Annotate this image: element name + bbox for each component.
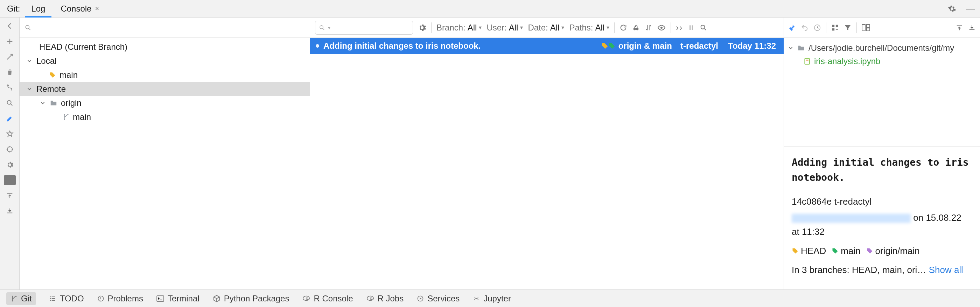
collapse-icon[interactable] (5, 191, 15, 200)
folder-icon (797, 44, 805, 52)
changed-files-root[interactable]: /Users/jodie.burchell/Documents/git/my (788, 42, 977, 55)
settings-button[interactable] (943, 0, 961, 17)
sort-button[interactable] (645, 24, 652, 32)
commit-details-pane: Adding initial changes to iris notebook.… (784, 147, 980, 289)
svg-point-23 (807, 59, 808, 61)
head-row[interactable]: HEAD (Current Branch) (20, 40, 310, 54)
show-all-link[interactable]: Show all (929, 265, 963, 275)
remote-row[interactable]: Remote (20, 82, 310, 96)
filter-paths[interactable]: Paths: All ▾ (569, 23, 609, 33)
search-icon-rail[interactable] (5, 98, 15, 108)
edit-icon[interactable] (5, 114, 15, 123)
svg-point-6 (320, 26, 323, 29)
funnel-button[interactable] (844, 24, 851, 32)
history-button[interactable] (813, 24, 821, 32)
remote-origin-main-label: main (73, 112, 91, 122)
delete-icon[interactable] (5, 67, 15, 77)
svg-text:R: R (306, 297, 309, 301)
branch-icon (11, 295, 18, 302)
hide-button[interactable]: — (961, 0, 980, 17)
branch-icon (62, 114, 69, 121)
changed-files-pane: /Users/jodie.burchell/Documents/git/my i… (784, 38, 980, 147)
target-icon[interactable] (5, 144, 15, 154)
alert-icon (97, 295, 104, 302)
svg-point-29 (50, 300, 51, 301)
find-button[interactable] (700, 24, 707, 32)
branches-panel: HEAD (Current Branch) Local main Remote … (20, 18, 310, 289)
local-row[interactable]: Local (20, 54, 310, 68)
changed-file[interactable]: iris-analysis.ipynb (788, 55, 977, 68)
svg-rect-11 (692, 25, 693, 30)
package-icon (213, 295, 221, 302)
refresh-button[interactable] (619, 24, 627, 32)
tab-console[interactable]: Console × (53, 0, 107, 17)
redacted-email (792, 214, 911, 223)
svg-rect-16 (832, 28, 834, 30)
undo-button[interactable] (801, 24, 808, 32)
statusbar-todo[interactable]: TODO (49, 294, 84, 304)
tag-icon (832, 248, 838, 254)
statusbar-jupyter[interactable]: Jupyter (473, 294, 511, 304)
cherry-pick-button[interactable] (632, 24, 640, 32)
eye-button[interactable] (657, 24, 666, 32)
tag-icon (601, 42, 609, 50)
ref-main[interactable]: main (832, 244, 860, 258)
group-button[interactable] (831, 24, 839, 32)
filter-date[interactable]: Date: All ▾ (528, 23, 564, 33)
layout-icon[interactable] (4, 175, 16, 185)
jupyter-icon (473, 295, 480, 302)
svg-point-22 (807, 59, 808, 61)
gear-icon (948, 5, 956, 13)
commit-refs: HEAD main origin/main (792, 244, 972, 258)
local-label: Local (37, 56, 56, 66)
right-toolbar (784, 18, 980, 38)
statusbar-r-jobs[interactable]: R R Jobs (366, 294, 404, 304)
statusbar-git[interactable]: Git (6, 292, 36, 305)
commit-branches-line: In 3 branches: HEAD, main, ori… Show all (792, 263, 972, 277)
statusbar-problems[interactable]: Problems (97, 294, 143, 304)
back-icon[interactable] (5, 21, 15, 31)
collapse-all-button[interactable] (968, 24, 976, 32)
add-icon[interactable] (5, 37, 15, 46)
ref-head[interactable]: HEAD (792, 244, 826, 258)
star-icon[interactable] (5, 129, 15, 139)
statusbar-python-packages[interactable]: Python Packages (213, 294, 290, 304)
filter-branch[interactable]: Branch: All ▾ (436, 23, 482, 33)
tab-console-label: Console (60, 4, 91, 14)
search-icon (319, 24, 325, 31)
gear-icon-rail[interactable] (5, 160, 15, 169)
svg-point-1 (7, 147, 12, 152)
statusbar-r-console[interactable]: R R Console (302, 294, 353, 304)
remote-origin-main[interactable]: main (20, 110, 310, 124)
svg-point-25 (12, 301, 13, 301)
expand-all-button[interactable] (956, 24, 963, 32)
commit-row[interactable]: Adding initial changes to iris notebook.… (310, 38, 784, 54)
close-icon[interactable]: × (95, 5, 99, 13)
branches-search-input[interactable] (36, 22, 305, 33)
svg-point-12 (701, 25, 705, 29)
head-label: HEAD (Current Branch) (39, 42, 127, 52)
changed-files-path: /Users/jodie.burchell/Documents/git/my (808, 43, 954, 53)
right-column: /Users/jodie.burchell/Documents/git/my i… (784, 18, 980, 289)
statusbar-services[interactable]: Services (417, 294, 460, 304)
layout-button[interactable] (862, 24, 870, 31)
remote-origin-row[interactable]: origin (20, 96, 310, 110)
tab-log[interactable]: Log (24, 0, 53, 17)
merge-icon[interactable] (5, 83, 15, 93)
status-bar: Git TODO Problems Terminal Python Packag… (0, 289, 980, 307)
filter-user[interactable]: User: All ▾ (487, 23, 523, 33)
commit-ref: origin & main (601, 41, 672, 51)
expand-icon[interactable] (5, 206, 15, 216)
log-search[interactable]: ▾ (315, 21, 413, 35)
statusbar-terminal[interactable]: Terminal (156, 294, 199, 304)
local-branch-main[interactable]: main (20, 68, 310, 82)
ref-origin-main[interactable]: origin/main (866, 244, 920, 258)
pause-button[interactable] (688, 24, 695, 31)
commit-icon[interactable] (5, 52, 15, 62)
svg-point-8 (636, 28, 638, 30)
more-button[interactable]: ›› (676, 23, 683, 33)
pin-button[interactable] (788, 24, 796, 32)
git-label: Git: (3, 0, 24, 17)
log-panel: ▾ Branch: All ▾ User: All ▾ Date: All ▾ … (310, 18, 784, 289)
filter-settings-button[interactable] (418, 24, 426, 32)
